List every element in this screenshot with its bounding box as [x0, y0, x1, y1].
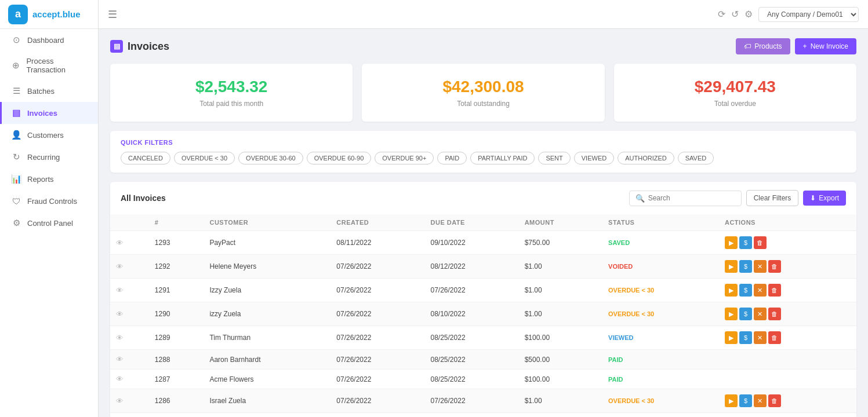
- settings-icon[interactable]: ⚙: [744, 9, 753, 20]
- status-cell: VIEWED: [602, 326, 719, 350]
- filter-paid[interactable]: PAID: [437, 152, 467, 164]
- delete-button[interactable]: 🗑: [768, 260, 781, 273]
- search-icon: 🔍: [635, 194, 645, 203]
- action-buttons: ▶$✕🗑: [725, 331, 851, 344]
- logo-icon: a: [8, 5, 28, 24]
- filter-overdue-30[interactable]: OVERDUE < 30: [174, 152, 235, 164]
- filter-canceled[interactable]: CANCELED: [121, 152, 170, 164]
- status-badge: OVERDUE < 30: [608, 397, 654, 404]
- tag-icon: 🏷: [744, 42, 751, 50]
- status-badge: SAVED: [608, 239, 630, 246]
- filter-sent[interactable]: SENT: [538, 152, 570, 164]
- eye-cell: 👁: [110, 326, 149, 350]
- send-button[interactable]: ▶: [725, 308, 738, 320]
- filter-tags: CANCELED OVERDUE < 30 OVERDUE 30-60 OVER…: [121, 152, 846, 164]
- filter-overdue-90[interactable]: OVERDUE 90+: [375, 152, 434, 164]
- eye-cell: 👁: [110, 413, 149, 418]
- sidebar-item-fraud-controls[interactable]: 🛡 Fraud Controls: [0, 190, 98, 212]
- products-button[interactable]: 🏷 Products: [736, 38, 790, 54]
- cancel-button[interactable]: ✕: [754, 331, 767, 344]
- pay-button[interactable]: $: [739, 331, 752, 344]
- invoice-number: 1287: [149, 370, 204, 389]
- reports-icon: 📊: [11, 174, 21, 184]
- menu-toggle[interactable]: ☰: [108, 8, 117, 21]
- stat-outstanding-amount: $42,300.08: [373, 78, 593, 96]
- company-selector[interactable]: Any Company / Demo01: [758, 7, 859, 22]
- cancel-button[interactable]: ✕: [754, 260, 767, 273]
- pay-button[interactable]: $: [739, 308, 752, 320]
- cancel-button[interactable]: ✕: [754, 284, 767, 297]
- control-panel-icon: ⚙: [11, 218, 21, 228]
- sidebar-item-reports[interactable]: 📊 Reports: [0, 168, 98, 190]
- table-row: 👁 1291 Izzy Zuela 07/26/2022 07/26/2022 …: [110, 279, 856, 302]
- filter-overdue-30-60[interactable]: OVERDUE 30-60: [238, 152, 303, 164]
- status-cell: PAID: [602, 350, 719, 370]
- sidebar-item-invoices[interactable]: ▤ Invoices: [0, 102, 98, 124]
- sidebar-item-process-transaction[interactable]: ⊕ Process Transaction: [0, 51, 98, 80]
- invoice-number: 1288: [149, 350, 204, 370]
- filter-overdue-60-90[interactable]: OVERDUE 60-90: [307, 152, 372, 164]
- clear-filters-button[interactable]: Clear Filters: [746, 190, 799, 206]
- send-button[interactable]: ▶: [725, 331, 738, 344]
- sidebar-item-label: Customers: [27, 131, 64, 140]
- export-button[interactable]: ⬇ Export: [803, 191, 846, 206]
- filter-viewed[interactable]: VIEWED: [574, 152, 614, 164]
- delete-button[interactable]: 🗑: [768, 284, 781, 297]
- send-button[interactable]: ▶: [725, 394, 738, 407]
- eye-icon[interactable]: 👁: [116, 239, 124, 247]
- eye-icon[interactable]: 👁: [116, 262, 124, 271]
- stat-paid-amount: $2,543.32: [122, 78, 341, 96]
- due-date: 07/26/2022: [425, 389, 519, 413]
- cancel-button[interactable]: ✕: [754, 308, 767, 320]
- topbar: ☰ ⟳ ↺ ⚙ Any Company / Demo01: [99, 0, 868, 29]
- customers-icon: 👤: [11, 130, 21, 140]
- search-box: 🔍: [629, 191, 742, 206]
- sidebar-item-dashboard[interactable]: ⊙ Dashboard: [0, 29, 98, 51]
- fraud-icon: 🛡: [11, 196, 21, 206]
- pay-button[interactable]: $: [739, 284, 752, 297]
- delete-button[interactable]: 🗑: [768, 308, 781, 320]
- new-invoice-button[interactable]: + New Invoice: [795, 38, 856, 54]
- filter-partially-paid[interactable]: PARTIALLY PAID: [470, 152, 535, 164]
- pay-button[interactable]: $: [739, 236, 752, 249]
- sidebar-item-label: Reports: [27, 175, 54, 184]
- reload-icon[interactable]: ↺: [731, 9, 739, 20]
- delete-button[interactable]: 🗑: [768, 394, 781, 407]
- eye-icon[interactable]: 👁: [116, 310, 124, 319]
- sidebar-item-control-panel[interactable]: ⚙ Control Panel: [0, 212, 98, 234]
- pay-button[interactable]: $: [739, 260, 752, 273]
- customer-name: Helene Meyers: [204, 255, 331, 279]
- col-customer: CUSTOMER: [204, 214, 331, 231]
- eye-cell: 👁: [110, 279, 149, 302]
- send-button[interactable]: ▶: [725, 284, 738, 297]
- filter-authorized[interactable]: AUTHORIZED: [618, 152, 674, 164]
- customer-name: Acme Flowers: [204, 370, 331, 389]
- amount: $1.00: [519, 389, 602, 413]
- delete-button[interactable]: 🗑: [768, 331, 781, 344]
- col-created: CREATED: [331, 214, 424, 231]
- sidebar-item-label: Batches: [27, 87, 55, 96]
- invoice-number: 1292: [149, 255, 204, 279]
- filter-saved[interactable]: SAVED: [678, 152, 714, 164]
- stat-outstanding: $42,300.08 Total outstanding: [362, 64, 604, 122]
- search-input[interactable]: [648, 194, 735, 202]
- send-button[interactable]: ▶: [725, 236, 738, 249]
- actions-cell: [719, 350, 856, 370]
- pay-button[interactable]: $: [739, 394, 752, 407]
- due-date: 07/26/2022: [425, 279, 519, 302]
- customer-name: Israel Zuela: [204, 413, 331, 418]
- send-button[interactable]: ▶: [725, 260, 738, 273]
- eye-icon[interactable]: 👁: [116, 397, 124, 405]
- refresh-icon[interactable]: ⟳: [718, 9, 725, 20]
- sidebar-item-customers[interactable]: 👤 Customers: [0, 124, 98, 146]
- sidebar-item-recurring[interactable]: ↻ Recurring: [0, 146, 98, 168]
- stat-overdue-label: Total overdue: [626, 100, 845, 108]
- amount: $100.00: [519, 370, 602, 389]
- delete-button[interactable]: 🗑: [754, 236, 767, 249]
- eye-icon[interactable]: 👁: [116, 355, 124, 364]
- eye-icon[interactable]: 👁: [116, 286, 124, 295]
- sidebar-item-batches[interactable]: ☰ Batches: [0, 80, 98, 102]
- eye-icon[interactable]: 👁: [116, 334, 124, 342]
- cancel-button[interactable]: ✕: [754, 394, 767, 407]
- eye-icon[interactable]: 👁: [116, 375, 124, 383]
